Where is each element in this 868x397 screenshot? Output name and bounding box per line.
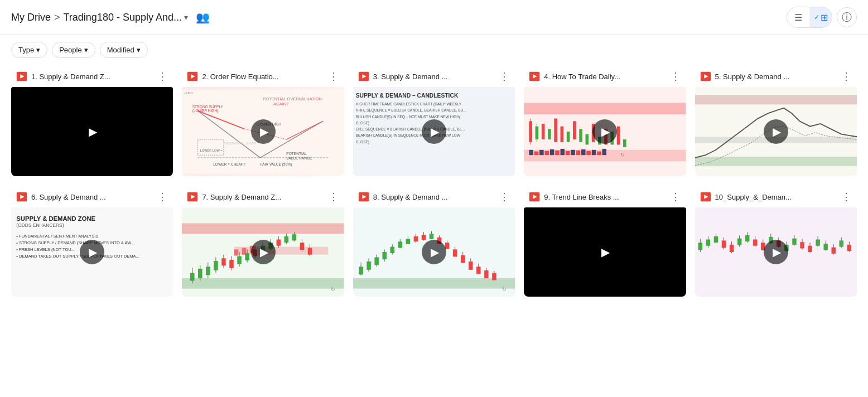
- video-card-1[interactable]: 1. Supply & Demand Z... ⋮ ▶: [11, 65, 173, 176]
- card-6-header: 6. Supply & Demand ... ⋮: [11, 185, 173, 207]
- svg-rect-190: [745, 235, 749, 241]
- svg-text:VALUE RANGE: VALUE RANGE: [287, 156, 313, 160]
- svg-rect-118: [277, 240, 281, 246]
- svg-text:• FUNDAMENTAL / SENTIMENT ANAL: • FUNDAMENTAL / SENTIMENT ANALYSIS: [16, 234, 98, 239]
- svg-rect-140: [374, 257, 378, 265]
- svg-rect-67: [576, 151, 580, 155]
- card-2-title: 2. Order Flow Equatio...: [202, 72, 278, 81]
- video-file-icon-8: [358, 191, 370, 203]
- svg-rect-148: [406, 239, 409, 244]
- svg-text:BULLISH CANDLE(S) IN SEQ... NC: BULLISH CANDLE(S) IN SEQ... NCE MUST MAK…: [355, 115, 460, 119]
- card-1-more-button[interactable]: ⋮: [156, 69, 168, 84]
- card-10-title: 10_Supply_&_Deman...: [715, 193, 792, 201]
- video-card-4[interactable]: 4. How To Trade Daily... ⋮: [524, 65, 686, 176]
- svg-text:AGAIN?: AGAIN?: [273, 101, 288, 106]
- video-file-icon-6: [16, 191, 28, 203]
- breadcrumb: My Drive > Trading180 - Supply And... ▾ …: [11, 11, 782, 24]
- card-4-more-button[interactable]: ⋮: [669, 69, 682, 84]
- play-button-5[interactable]: ▶: [764, 119, 788, 144]
- play-button-3[interactable]: ▶: [422, 119, 446, 144]
- video-card-7[interactable]: 7. Supply & Demand Z... ⋮: [182, 185, 344, 297]
- card-3-header: 3. Supply & Demand ... ⋮: [353, 65, 515, 87]
- file-grid: 1. Supply & Demand Z... ⋮ ▶ 2. Order Flo…: [0, 65, 868, 308]
- card-1-header: 1. Supply & Demand Z... ⋮: [11, 65, 173, 87]
- svg-text:• FRESH LEVELS (NOT TOU...: • FRESH LEVELS (NOT TOU...: [16, 247, 75, 252]
- svg-text:• STRONG SUPPLY / DEMAND (SHAR: • STRONG SUPPLY / DEMAND (SHARP MOVES IN…: [16, 240, 134, 245]
- video-card-2[interactable]: 2. Order Flow Equatio... ⋮ STRONG SUPPLY…: [182, 65, 344, 176]
- video-card-10[interactable]: 10_Supply_&_Deman... ⋮: [695, 185, 857, 297]
- video-card-8[interactable]: 8. Supply & Demand ... ⋮: [353, 185, 515, 297]
- svg-text:CLOSE): CLOSE): [355, 121, 369, 125]
- video-card-5[interactable]: 5. Supply & Demand ... ⋮ ▶: [695, 65, 857, 176]
- svg-rect-126: [308, 248, 312, 255]
- svg-rect-63: [555, 151, 559, 155]
- card-2-more-button[interactable]: ⋮: [327, 69, 340, 84]
- svg-rect-120: [284, 236, 288, 243]
- video-file-icon-5: [700, 70, 712, 83]
- svg-rect-58: [529, 150, 533, 155]
- filter-bar: Type ▾ People ▾ Modified ▾: [0, 35, 868, 65]
- info-button[interactable]: ⓘ: [837, 7, 857, 27]
- card-5-title: 5. Supply & Demand ...: [715, 72, 790, 81]
- people-filter-button[interactable]: People ▾: [52, 42, 95, 58]
- video-file-icon: [16, 70, 28, 83]
- card-8-header: 8. Supply & Demand ... ⋮: [353, 185, 515, 207]
- svg-rect-180: [706, 240, 710, 246]
- svg-rect-45: [548, 129, 551, 139]
- current-folder-link[interactable]: Trading180 - Supply And... ▾: [64, 12, 188, 23]
- play-button-9[interactable]: ▶: [592, 240, 617, 264]
- card-5-header: 5. Supply & Demand ... ⋮: [695, 65, 857, 87]
- svg-rect-182: [713, 236, 717, 243]
- type-filter-button[interactable]: Type ▾: [11, 42, 47, 58]
- card-1-title: 1. Supply & Demand Z...: [31, 72, 110, 81]
- svg-rect-77: [695, 95, 857, 104]
- header-actions: ☰ ✓ ⊞ ⓘ: [787, 7, 857, 28]
- play-button-1[interactable]: ▶: [80, 119, 104, 144]
- card-7-more-button[interactable]: ⋮: [327, 190, 340, 204]
- video-card-9[interactable]: 9. Trend Line Breaks ... ⋮ ▶: [524, 185, 686, 297]
- svg-text:↻: ↻: [331, 287, 335, 292]
- svg-rect-152: [422, 235, 426, 240]
- card-3-more-button[interactable]: ⋮: [498, 69, 510, 84]
- svg-rect-100: [206, 267, 210, 275]
- play-button-7[interactable]: ▶: [251, 240, 276, 264]
- card-8-thumbnail: ↻ ▶: [353, 207, 515, 297]
- play-button-10[interactable]: ▶: [764, 240, 788, 264]
- svg-rect-166: [476, 267, 480, 274]
- play-button-8[interactable]: ▶: [422, 240, 446, 264]
- card-8-title: 8. Supply & Demand ...: [373, 193, 448, 201]
- svg-text:FAIR VALUE (50%): FAIR VALUE (50%): [261, 162, 292, 167]
- svg-rect-96: [190, 273, 194, 280]
- svg-rect-46: [554, 119, 558, 142]
- card-9-more-button[interactable]: ⋮: [669, 190, 682, 204]
- modified-filter-label: Modified: [107, 46, 134, 54]
- svg-text:LUED: LUED: [185, 91, 193, 95]
- svg-rect-62: [550, 149, 554, 155]
- card-8-more-button[interactable]: ⋮: [498, 190, 510, 204]
- play-button-2[interactable]: ▶: [251, 119, 276, 144]
- svg-rect-210: [823, 244, 827, 250]
- people-filter-label: People: [59, 46, 81, 54]
- svg-rect-59: [534, 152, 538, 156]
- card-1-thumbnail: ▶: [11, 87, 173, 176]
- svg-text:SUPPLY & DEMAND – CANDLESTICK: SUPPLY & DEMAND – CANDLESTICK: [355, 93, 458, 99]
- view-toggle: ☰ ✓ ⊞: [787, 7, 832, 28]
- svg-rect-202: [792, 239, 796, 245]
- card-6-more-button[interactable]: ⋮: [156, 190, 168, 204]
- shared-people-icon[interactable]: 👥: [196, 11, 210, 24]
- svg-rect-50: [579, 129, 582, 142]
- card-5-more-button[interactable]: ⋮: [840, 69, 852, 84]
- list-view-button[interactable]: ☰: [787, 7, 809, 27]
- svg-rect-128: [242, 248, 246, 255]
- modified-filter-button[interactable]: Modified ▾: [100, 42, 148, 58]
- play-button-6[interactable]: ▶: [80, 240, 104, 264]
- video-file-icon-9: [528, 191, 541, 203]
- play-icon-5: ▶: [773, 125, 781, 138]
- svg-rect-170: [492, 273, 496, 280]
- my-drive-link[interactable]: My Drive: [11, 12, 51, 23]
- card-10-more-button[interactable]: ⋮: [840, 190, 852, 204]
- grid-view-button[interactable]: ✓ ⊞: [809, 7, 832, 27]
- type-filter-label: Type: [18, 46, 34, 54]
- video-card-3[interactable]: 3. Supply & Demand ... ⋮ SUPPLY & DEMAND…: [353, 65, 515, 176]
- video-card-6[interactable]: 6. Supply & Demand ... ⋮ SUPPLY & DEMAND…: [11, 185, 173, 297]
